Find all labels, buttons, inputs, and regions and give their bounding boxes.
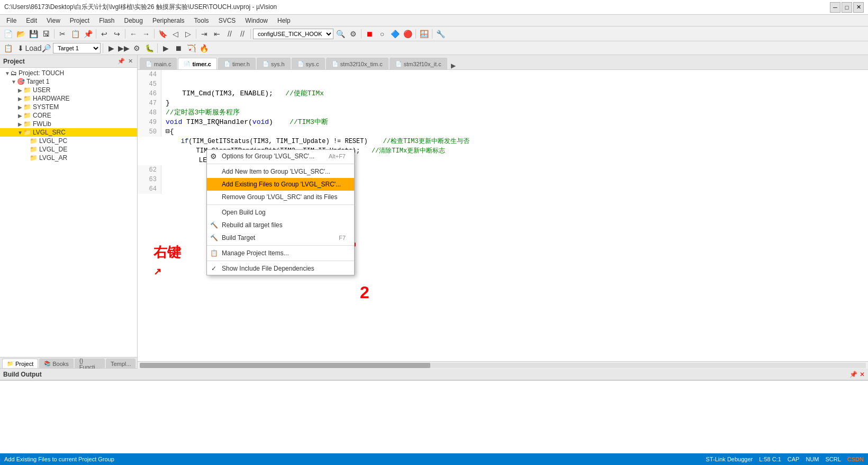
menu-project[interactable]: Project bbox=[66, 16, 94, 25]
tree-item-user[interactable]: ▶ 📁 USER bbox=[0, 86, 137, 94]
tb2-load[interactable]: Load bbox=[28, 42, 39, 54]
tb2-arrow[interactable]: 🏹 bbox=[185, 42, 197, 54]
comment-btn[interactable]: // bbox=[224, 28, 236, 40]
code-line-49: 49 void TIM3_IRQHandler(void) //TIM3中断 bbox=[138, 118, 868, 127]
stop-btn[interactable]: ⏹ bbox=[364, 28, 375, 40]
menu-svcs[interactable]: SVCS bbox=[214, 16, 240, 25]
ctx-open-build-log[interactable]: Open Build Log bbox=[207, 206, 354, 219]
bookmark-btn[interactable]: 🔖 bbox=[157, 28, 168, 40]
sidebar-close-btn[interactable]: ✕ bbox=[127, 58, 134, 65]
hex-btn[interactable]: 🔷 bbox=[389, 28, 401, 40]
tb2-fast[interactable]: ▶▶ bbox=[118, 42, 130, 54]
tab-scroll-right-btn[interactable]: ▶ bbox=[448, 62, 459, 69]
menu-help[interactable]: Help bbox=[273, 16, 295, 25]
menu-debug[interactable]: Debug bbox=[120, 16, 147, 25]
paste-btn[interactable]: 📌 bbox=[82, 28, 94, 40]
tree-expand-lvgl-src: ▼ bbox=[17, 130, 23, 136]
bookmark-next-btn[interactable]: ▷ bbox=[182, 28, 194, 40]
menu-tools[interactable]: Tools bbox=[190, 16, 213, 25]
search-btn[interactable]: 🔍 bbox=[334, 28, 346, 40]
cut-btn[interactable]: ✂ bbox=[57, 28, 68, 40]
new-file-btn[interactable]: 📄 bbox=[2, 28, 14, 40]
tab-stm32-tim-c[interactable]: 📄 stm32f10x_tim.c bbox=[326, 58, 388, 69]
indent-btn[interactable]: ⇥ bbox=[198, 28, 210, 40]
ctx-remove-group[interactable]: Remove Group 'LVGL_SRC' and its Files bbox=[207, 191, 354, 203]
tree-label-lvgl-ar: LVGL_AR bbox=[39, 154, 67, 162]
tree-item-fwlib[interactable]: ▶ 📁 FWLib bbox=[0, 120, 137, 128]
bottom-tab-books[interactable]: 📚 Books bbox=[39, 359, 74, 368]
tab-sys-h[interactable]: 📄 sys.h bbox=[257, 58, 291, 69]
build-output-pin[interactable]: 📌 bbox=[849, 371, 857, 378]
bottom-tab-functions[interactable]: {} Functi... bbox=[75, 359, 105, 368]
tb2-flame[interactable]: 🔥 bbox=[198, 42, 210, 54]
wrench-btn[interactable]: 🔧 bbox=[435, 28, 446, 40]
tree-icon-user: 📁 bbox=[23, 86, 31, 94]
sidebar-pin-btn[interactable]: 📌 bbox=[116, 58, 126, 65]
save-all-btn[interactable]: 🖫 bbox=[40, 28, 52, 40]
redo-btn[interactable]: ↪ bbox=[111, 28, 123, 40]
bookmark-prev-btn[interactable]: ◁ bbox=[169, 28, 181, 40]
menu-peripherals[interactable]: Peripherals bbox=[148, 16, 189, 25]
save-btn[interactable]: 💾 bbox=[28, 28, 39, 40]
settings-btn[interactable]: 🔴 bbox=[402, 28, 413, 40]
ctx-add-existing[interactable]: Add Existing Files to Group 'LVGL_SRC'..… bbox=[207, 178, 354, 191]
menu-view[interactable]: View bbox=[42, 16, 65, 25]
undo-btn[interactable]: ↩ bbox=[98, 28, 110, 40]
build-output-close[interactable]: ✕ bbox=[860, 371, 865, 378]
ctx-manage-project[interactable]: 📋 Manage Project Items... bbox=[207, 247, 354, 260]
h-scroll-track[interactable] bbox=[140, 363, 866, 368]
nav-back-btn[interactable]: ← bbox=[128, 28, 139, 40]
ctx-show-include-label: Show Include File Dependencies bbox=[222, 265, 314, 272]
tab-timer-c[interactable]: 📄 timer.c bbox=[178, 58, 216, 69]
tb2-btn1[interactable]: 📋 bbox=[2, 42, 14, 54]
maximize-button[interactable]: □ bbox=[842, 2, 852, 13]
tree-item-lvgl-ar[interactable]: 📁 LVGL_AR bbox=[0, 154, 137, 162]
tb2-settings[interactable]: ⚙ bbox=[131, 42, 142, 54]
menu-flash[interactable]: Flash bbox=[95, 16, 119, 25]
uncomment-btn[interactable]: // bbox=[237, 28, 248, 40]
window-btn[interactable]: 🪟 bbox=[418, 28, 430, 40]
tb2-translate[interactable]: ▶ bbox=[105, 42, 117, 54]
tree-item-system[interactable]: ▶ 📁 SYSTEM bbox=[0, 103, 137, 111]
tree-item-lvgl-pc[interactable]: 📁 LVGL_PC bbox=[0, 137, 137, 145]
tree-root[interactable]: ▼ 🗂 Project: TOUCH bbox=[0, 69, 137, 77]
minimize-button[interactable]: ─ bbox=[830, 2, 840, 13]
bottom-tab-templates[interactable]: Templ... bbox=[106, 359, 136, 368]
tb2-debug[interactable]: 🐛 bbox=[143, 42, 155, 54]
tab-sys-c[interactable]: 📄 sys.c bbox=[292, 58, 325, 69]
config-btn[interactable]: ⚙ bbox=[347, 28, 359, 40]
tb2-stop2[interactable]: ⏹ bbox=[173, 42, 184, 54]
tab-timer-h[interactable]: 📄 timer.h bbox=[218, 58, 256, 69]
define-combo[interactable]: configUSE_TICK_HOOK bbox=[253, 29, 333, 39]
menu-file[interactable]: File bbox=[2, 16, 21, 25]
ctx-rebuild-all[interactable]: 🔨 Rebuild all target files bbox=[207, 219, 354, 231]
editor-h-scrollbar[interactable] bbox=[138, 361, 868, 369]
ctx-options-group[interactable]: ⚙ Options for Group 'LVGL_SRC'... Alt+F7 bbox=[207, 150, 354, 163]
outdent-btn[interactable]: ⇤ bbox=[211, 28, 223, 40]
tb2-run[interactable]: ▶ bbox=[160, 42, 171, 54]
close-button[interactable]: ✕ bbox=[853, 2, 864, 13]
tab-stm32-it-c[interactable]: 📄 stm32f10x_it.c bbox=[390, 58, 447, 69]
ctx-show-include[interactable]: ✓ Show Include File Dependencies bbox=[207, 262, 354, 275]
ctx-build-target[interactable]: 🔨 Build Target F7 bbox=[207, 231, 354, 244]
tree-item-lvgl-src[interactable]: ▼ 📁 LVGL_SRC bbox=[0, 128, 137, 137]
target-combo[interactable]: Target 1 bbox=[53, 43, 101, 53]
tree-item-core[interactable]: ▶ 📁 CORE bbox=[0, 111, 137, 120]
nav-fwd-btn[interactable]: → bbox=[140, 28, 152, 40]
bottom-tab-project[interactable]: 📁 Project bbox=[2, 359, 38, 368]
menu-edit[interactable]: Edit bbox=[22, 16, 41, 25]
menu-window[interactable]: Window bbox=[241, 16, 272, 25]
tab-icon-sys-h: 📄 bbox=[263, 61, 269, 67]
tab-main-c[interactable]: 📄 main.c bbox=[140, 58, 177, 69]
open-btn[interactable]: 📂 bbox=[15, 28, 26, 40]
tree-expand-lvgl-de bbox=[23, 147, 30, 153]
tree-item-target1[interactable]: ▼ 🎯 Target 1 bbox=[0, 77, 137, 86]
copy-btn[interactable]: 📋 bbox=[69, 28, 81, 40]
tree-item-lvgl-de[interactable]: 📁 LVGL_DE bbox=[0, 145, 137, 154]
h-scroll-thumb[interactable] bbox=[140, 363, 430, 368]
tree-item-hardware[interactable]: ▶ 📁 HARDWARE bbox=[0, 94, 137, 103]
circle-btn[interactable]: ○ bbox=[376, 28, 388, 40]
ctx-add-new[interactable]: Add New Item to Group 'LVGL_SRC'... bbox=[207, 165, 354, 178]
tb2-btn3[interactable]: 🔎 bbox=[40, 42, 52, 54]
sep-t2-2 bbox=[157, 43, 158, 53]
